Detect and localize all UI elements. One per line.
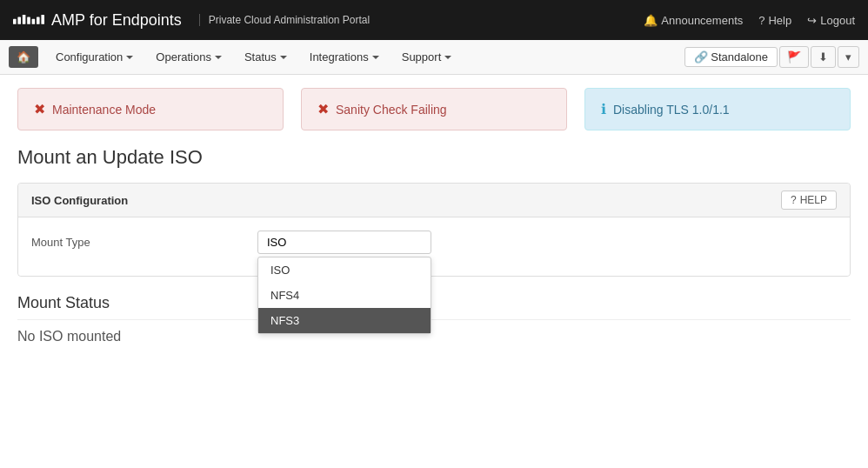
status-dropdown: Status — [234, 45, 297, 69]
navbar-right-links: 🔔 Announcements ? Help ↪ Logout — [644, 14, 855, 27]
status-nav-btn[interactable]: Status — [234, 45, 297, 69]
chevron-down-icon — [215, 56, 222, 59]
home-button[interactable]: 🏠 — [9, 46, 38, 68]
help-icon: ? — [791, 194, 797, 206]
support-nav-btn[interactable]: Support — [391, 45, 463, 69]
chevron-down-icon — [126, 56, 133, 59]
sanity-check-alert: ✖ Sanity Check Failing — [301, 88, 567, 130]
cisco-logo-icon — [13, 11, 44, 29]
dropdown-option-nfs4[interactable]: NFS4 — [258, 283, 431, 308]
svg-rect-5 — [37, 17, 40, 23]
dropdown-option-iso[interactable]: ISO — [258, 257, 431, 283]
panel-body: Mount Type ISO NFS4 NFS3 ISO NFS4 NFS3 — [18, 217, 850, 276]
chevron-down-icon — [280, 56, 287, 59]
top-navbar: AMP for Endpoints Private Cloud Administ… — [0, 0, 868, 40]
bell-icon: 🔔 — [644, 14, 658, 27]
brand-logo: AMP for Endpoints — [13, 11, 182, 30]
announcements-link[interactable]: 🔔 Announcements — [644, 14, 743, 27]
mount-type-dropdown-menu: ISO NFS4 NFS3 — [257, 257, 431, 334]
error-icon: ✖ — [317, 101, 329, 117]
flag-button[interactable]: 🚩 — [779, 46, 809, 68]
mount-type-row: Mount Type ISO NFS4 NFS3 ISO NFS4 NFS3 — [31, 231, 837, 254]
standalone-badge[interactable]: 🔗 Standalone — [684, 47, 778, 67]
question-icon: ? — [758, 14, 765, 27]
svg-rect-0 — [13, 19, 17, 24]
link-icon: 🔗 — [694, 50, 708, 64]
no-iso-text: No ISO mounted — [17, 329, 851, 344]
secondary-nav: 🏠 Configuration Operations Status Integr… — [0, 40, 868, 75]
svg-rect-6 — [41, 15, 44, 24]
chevron-down-icon — [444, 56, 451, 59]
svg-rect-1 — [17, 17, 21, 23]
configuration-nav-btn[interactable]: Configuration — [45, 45, 144, 69]
configuration-dropdown: Configuration — [45, 45, 144, 69]
mount-type-select[interactable]: ISO NFS4 NFS3 — [257, 231, 431, 254]
page-title: Mount an Update ISO — [17, 146, 851, 169]
help-button[interactable]: ? HELP — [781, 191, 837, 210]
main-content: ✖ Maintenance Mode ✖ Sanity Check Failin… — [0, 88, 868, 362]
info-icon: ℹ — [601, 101, 606, 117]
integrations-dropdown: Integrations — [299, 45, 390, 69]
logout-link[interactable]: ↪ Logout — [807, 14, 855, 27]
logout-icon: ↪ — [807, 14, 817, 27]
svg-rect-2 — [23, 15, 26, 24]
error-icon: ✖ — [34, 101, 45, 117]
app-brand-text: AMP for Endpoints — [51, 11, 182, 30]
panel-header: ISO Configuration ? HELP — [18, 184, 850, 217]
integrations-nav-btn[interactable]: Integrations — [299, 45, 390, 69]
mount-type-label: Mount Type — [31, 231, 257, 249]
mount-type-wrapper: ISO NFS4 NFS3 ISO NFS4 NFS3 — [257, 231, 837, 254]
mount-status-title: Mount Status — [17, 294, 851, 320]
chevron-down-icon — [372, 56, 379, 59]
dropdown-option-nfs3[interactable]: NFS3 — [258, 308, 431, 333]
help-link[interactable]: ? Help — [758, 14, 791, 27]
operations-dropdown: Operations — [145, 45, 232, 69]
operations-nav-btn[interactable]: Operations — [145, 45, 232, 69]
iso-config-panel: ISO Configuration ? HELP Mount Type ISO … — [17, 183, 851, 277]
maintenance-mode-alert: ✖ Maintenance Mode — [17, 88, 284, 130]
alert-row: ✖ Maintenance Mode ✖ Sanity Check Failin… — [17, 88, 851, 130]
panel-title: ISO Configuration — [31, 194, 128, 207]
disabling-tls-alert: ℹ Disabling TLS 1.0/1.1 — [584, 88, 851, 130]
portal-subtitle: Private Cloud Administration Portal — [199, 14, 370, 26]
more-options-button[interactable]: ▾ — [838, 46, 859, 68]
download-button[interactable]: ⬇ — [811, 46, 836, 68]
svg-rect-4 — [32, 19, 36, 24]
support-dropdown: Support — [391, 45, 463, 69]
svg-rect-3 — [27, 17, 30, 23]
